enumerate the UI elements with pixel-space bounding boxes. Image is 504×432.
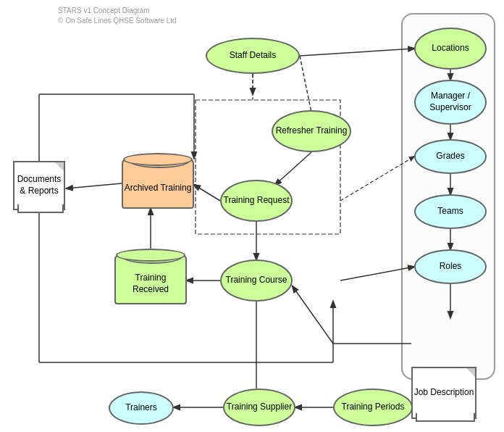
roles-node[interactable]: Roles <box>414 249 487 284</box>
job-description-label: Job Description <box>414 387 474 399</box>
svg-line-4 <box>194 185 220 201</box>
svg-line-8 <box>67 183 122 188</box>
trainers-node[interactable]: Trainers <box>109 391 174 425</box>
locations-node[interactable]: Locations <box>414 28 487 70</box>
svg-line-3 <box>275 152 311 185</box>
training-received-label: Training Received <box>116 273 185 295</box>
training-request-node[interactable]: Training Request <box>220 180 293 222</box>
refresher-training-node[interactable]: Refresher Training <box>272 110 351 152</box>
watermark: STARS v1 Concept Diagram © On Safe Lines… <box>58 6 177 26</box>
training-supplier-label: Training Supplier <box>227 402 292 413</box>
training-supplier-node[interactable]: Training Supplier <box>223 389 295 426</box>
svg-line-20 <box>293 286 333 344</box>
training-received-node[interactable]: Training Received <box>114 254 187 304</box>
docs-reports-label: Documents & Reports <box>14 174 64 196</box>
trainers-label: Trainers <box>125 402 157 414</box>
teams-label: Teams <box>437 206 463 217</box>
roles-label: Roles <box>440 261 462 273</box>
job-description-node[interactable]: Job Description <box>411 367 476 419</box>
refresher-training-label: Refresher Training <box>276 125 348 137</box>
training-request-label: Training Request <box>224 195 290 207</box>
docs-reports-node[interactable]: Documents & Reports <box>13 161 65 210</box>
training-course-label: Training Course <box>226 275 287 286</box>
staff-details-label: Staff Details <box>230 50 276 62</box>
manager-supervisor-label: Manager / Supervisor <box>416 91 485 113</box>
svg-line-2 <box>300 56 311 112</box>
grades-label: Grades <box>436 151 464 162</box>
staff-details-node[interactable]: Staff Details <box>206 38 300 74</box>
manager-supervisor-node[interactable]: Manager / Supervisor <box>414 80 487 125</box>
locations-label: Locations <box>432 43 469 54</box>
training-course-node[interactable]: Training Course <box>220 259 293 302</box>
training-periods-node[interactable]: Training Periods <box>333 389 413 426</box>
training-periods-label: Training Periods <box>342 402 405 413</box>
teams-node[interactable]: Teams <box>414 194 487 229</box>
archived-training-node[interactable]: Archived Training <box>122 158 194 209</box>
diagram: STARS v1 Concept Diagram © On Safe Lines… <box>0 0 504 432</box>
svg-line-0 <box>300 49 414 56</box>
archived-training-label: Archived Training <box>125 183 192 194</box>
grades-node[interactable]: Grades <box>414 139 487 174</box>
